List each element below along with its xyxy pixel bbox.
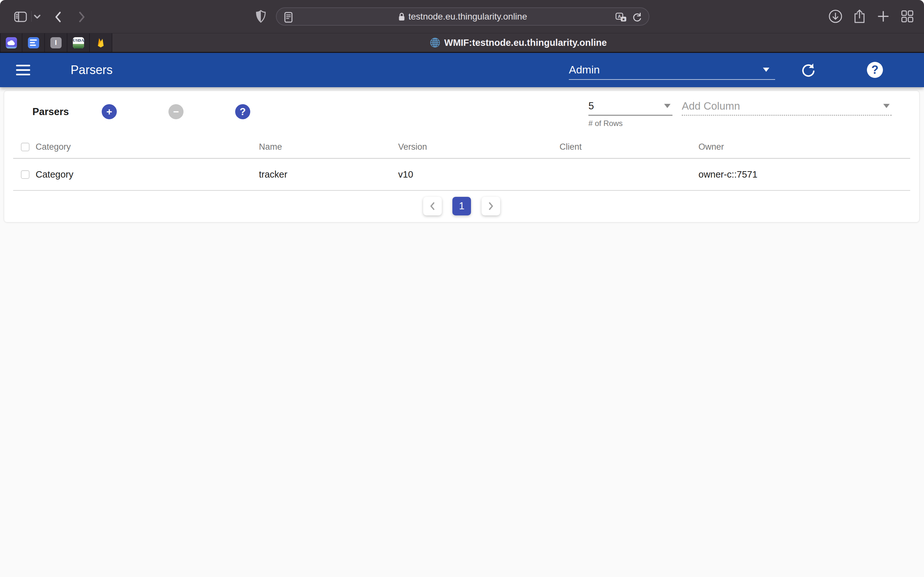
address-bar[interactable]: testnode.eu.thingularity.online A★ xyxy=(276,7,649,26)
pinned-tab-info[interactable]: I xyxy=(45,33,67,52)
forward-button-icon[interactable] xyxy=(77,11,87,23)
select-all-checkbox[interactable] xyxy=(21,143,29,151)
active-tab[interactable]: WMIF:testnode.eu.thingularity.online xyxy=(112,33,924,52)
refresh-icon[interactable] xyxy=(800,62,817,78)
column-header-name: Name xyxy=(259,142,398,152)
section-title: Parsers xyxy=(32,106,69,118)
pinned-tab-usda[interactable]: USDA xyxy=(67,33,90,52)
browser-toolbar: testnode.eu.thingularity.online A★ xyxy=(0,0,924,33)
add-column-placeholder: Add Column xyxy=(682,100,740,112)
chevron-down-icon[interactable] xyxy=(33,14,41,19)
pinned-tab-docs[interactable] xyxy=(23,33,45,52)
card-toolbar: Parsers + − ? 5 # of Rows Add Column xyxy=(4,91,919,135)
docs-favicon-icon xyxy=(28,37,39,48)
add-parser-button[interactable]: + xyxy=(102,104,117,119)
app-bar: Parsers Admin ? xyxy=(0,53,924,87)
page-content: Parsers + − ? 5 # of Rows Add Column xyxy=(0,87,924,577)
nav-select-value: Admin xyxy=(569,63,599,76)
address-url[interactable]: testnode.eu.thingularity.online xyxy=(409,11,527,22)
chevron-down-icon xyxy=(763,68,769,72)
help-icon[interactable]: ? xyxy=(867,62,883,78)
translate-icon[interactable]: A★ xyxy=(615,13,627,23)
previous-page-button[interactable] xyxy=(423,197,442,215)
cell-version: v10 xyxy=(398,169,559,180)
rows-per-page-value: 5 xyxy=(588,100,594,112)
page-title: Parsers xyxy=(71,53,113,87)
toolbar-separator xyxy=(31,11,32,22)
privacy-shield-icon[interactable] xyxy=(255,10,266,24)
remove-parser-button: − xyxy=(168,104,184,119)
row-checkbox[interactable] xyxy=(21,170,29,179)
parsers-card: Parsers + − ? 5 # of Rows Add Column xyxy=(4,90,919,222)
table-row[interactable]: Category tracker v10 owner-c::7571 xyxy=(13,159,910,191)
nav-select[interactable]: Admin xyxy=(569,60,775,80)
table-header-row: Category Name Version Client Owner xyxy=(13,135,910,159)
rows-per-page-select[interactable]: 5 # of Rows xyxy=(588,97,672,128)
cell-name: tracker xyxy=(259,169,398,180)
pinned-tab-cloud[interactable] xyxy=(0,33,23,52)
back-button-icon[interactable] xyxy=(53,11,63,23)
sidebar-toggle-icon[interactable] xyxy=(14,11,27,22)
page-number-button[interactable]: 1 xyxy=(452,197,471,215)
chevron-down-icon xyxy=(664,104,670,108)
pinned-tab-firebase[interactable] xyxy=(90,33,112,52)
add-column-select[interactable]: Add Column xyxy=(682,97,892,116)
share-icon[interactable] xyxy=(853,9,866,24)
next-page-button[interactable] xyxy=(481,197,500,215)
new-tab-icon[interactable] xyxy=(877,10,890,23)
cell-category: Category xyxy=(36,169,259,180)
tab-overview-icon[interactable] xyxy=(901,10,914,23)
pagination: 1 xyxy=(4,191,919,221)
active-tab-title: WMIF:testnode.eu.thingularity.online xyxy=(444,37,607,48)
globe-favicon-icon xyxy=(430,37,441,48)
usda-favicon-icon: USDA xyxy=(73,37,84,48)
svg-text:★: ★ xyxy=(622,17,625,21)
reload-icon[interactable] xyxy=(632,13,642,23)
tab-bar: I USDA WMIF:testnode.eu.thingularity.onl… xyxy=(0,33,924,53)
cloud-favicon-icon xyxy=(6,37,17,48)
column-header-category: Category xyxy=(36,142,259,152)
parsers-table: Category Name Version Client Owner Categ… xyxy=(13,135,910,191)
browser-window: testnode.eu.thingularity.online A★ xyxy=(0,0,924,577)
panel-help-button[interactable]: ? xyxy=(235,104,250,119)
chevron-down-icon xyxy=(883,104,890,108)
column-header-owner: Owner xyxy=(698,142,905,152)
column-header-client: Client xyxy=(559,142,698,152)
column-header-version: Version xyxy=(398,142,559,152)
info-favicon-icon: I xyxy=(50,37,61,48)
menu-icon[interactable] xyxy=(16,65,30,75)
rows-per-page-label: # of Rows xyxy=(588,119,672,128)
firebase-favicon-icon xyxy=(95,37,106,48)
downloads-icon[interactable] xyxy=(829,9,843,23)
cell-owner: owner-c::7571 xyxy=(698,169,905,180)
lock-icon xyxy=(398,12,405,21)
svg-text:A: A xyxy=(618,14,621,19)
